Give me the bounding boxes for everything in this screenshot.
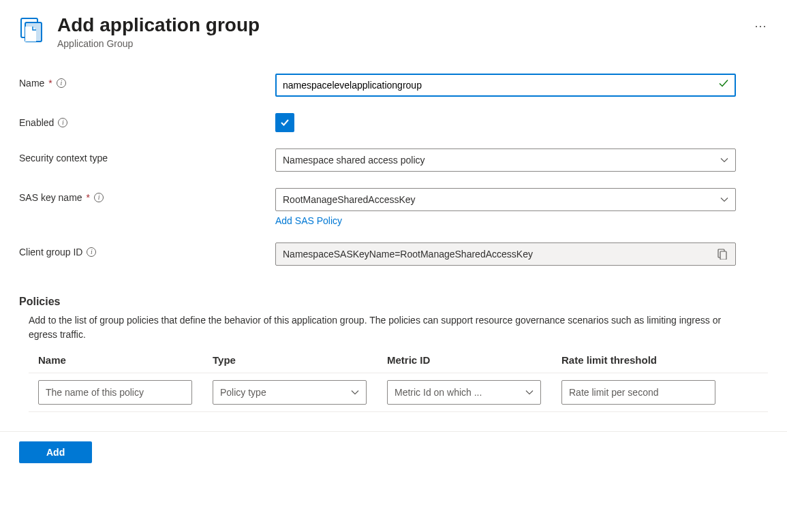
security-context-type-value: Namespace shared access policy [283, 155, 425, 166]
client-group-id-label: Client group ID [19, 247, 82, 257]
required-indicator: * [48, 78, 52, 89]
chevron-down-icon [720, 195, 728, 204]
security-context-type-select[interactable]: Namespace shared access policy [275, 148, 736, 172]
name-input[interactable] [275, 74, 736, 97]
chevron-down-icon [720, 156, 728, 164]
more-actions-button[interactable]: ⋯ [754, 14, 768, 38]
chevron-down-icon [351, 388, 359, 396]
policies-heading: Policies [19, 296, 768, 308]
page-subtitle: Application Group [57, 38, 737, 49]
copy-icon[interactable] [717, 249, 728, 260]
sas-key-name-label: SAS key name [19, 192, 82, 203]
checkmark-icon [718, 78, 729, 92]
policy-type-select[interactable]: Policy type [213, 380, 367, 405]
column-header-metric-id: Metric ID [387, 354, 556, 366]
client-group-id-value: NamespaceSASKeyName=RootManageSharedAcce… [283, 249, 533, 260]
sas-key-name-value: RootManageSharedAccessKey [283, 194, 416, 205]
security-context-type-label: Security context type [19, 153, 108, 163]
sas-key-name-select[interactable]: RootManageSharedAccessKey [275, 188, 736, 211]
policies-description: Add to the list of group policies that d… [29, 313, 724, 342]
info-icon[interactable]: i [87, 247, 96, 257]
name-label: Name [19, 78, 44, 89]
column-header-type: Type [213, 354, 382, 366]
column-header-rate-limit: Rate limit threshold [561, 354, 730, 366]
policy-name-input[interactable] [38, 380, 192, 405]
enabled-label: Enabled [19, 117, 54, 128]
required-indicator: * [87, 192, 90, 203]
enabled-checkbox[interactable] [275, 113, 294, 132]
info-icon[interactable]: i [57, 78, 66, 88]
svg-rect-3 [720, 251, 726, 260]
app-group-icon [19, 16, 46, 44]
policy-metric-id-select[interactable]: Metric Id on which ... [387, 380, 541, 405]
info-icon[interactable]: i [94, 193, 104, 202]
policy-metric-placeholder: Metric Id on which ... [395, 387, 525, 398]
chevron-down-icon [525, 388, 534, 396]
info-icon[interactable]: i [58, 118, 67, 127]
add-sas-policy-link[interactable]: Add SAS Policy [275, 215, 342, 226]
policy-row: Policy type Metric Id on which ... [29, 373, 768, 412]
policy-rate-limit-input[interactable] [561, 380, 715, 405]
policy-type-placeholder: Policy type [220, 387, 351, 398]
client-group-id-field: NamespaceSASKeyName=RootManageSharedAcce… [275, 242, 736, 266]
page-title: Add application group [57, 14, 737, 37]
add-button[interactable]: Add [19, 441, 92, 463]
column-header-name: Name [38, 354, 207, 366]
